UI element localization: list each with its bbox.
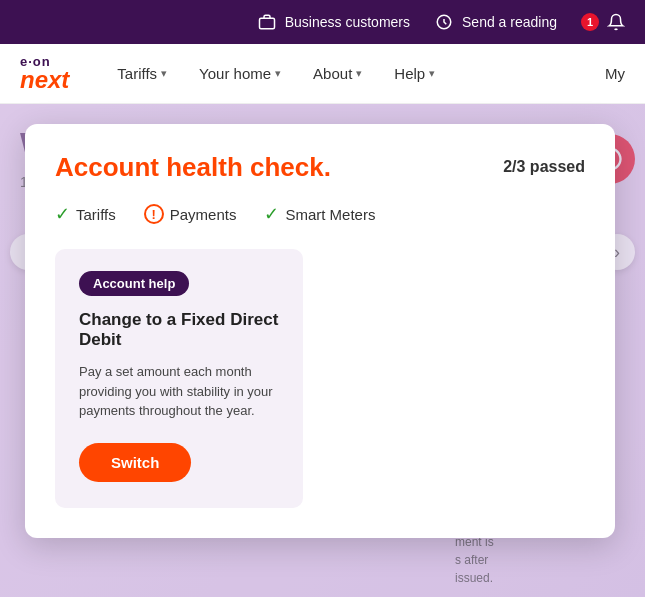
card-badge: Account help xyxy=(79,271,189,296)
notification-count: 1 xyxy=(581,13,599,31)
business-customers-link[interactable]: Business customers xyxy=(257,12,410,32)
chevron-down-icon: ▾ xyxy=(356,67,362,80)
business-label: Business customers xyxy=(285,14,410,30)
meter-icon xyxy=(434,12,454,32)
check-warn-icon: ! xyxy=(144,204,164,224)
svg-rect-0 xyxy=(259,18,274,29)
modal-title: Account health check. xyxy=(55,152,331,183)
nav-item-help[interactable]: Help ▾ xyxy=(394,65,435,82)
nav-item-about[interactable]: About ▾ xyxy=(313,65,362,82)
card-title: Change to a Fixed Direct Debit xyxy=(79,310,279,350)
chevron-down-icon: ▾ xyxy=(161,67,167,80)
nav-your-home-label: Your home xyxy=(199,65,271,82)
nav-bar: e·on next Tariffs ▾ Your home ▾ About ▾ … xyxy=(0,44,645,104)
check-ok-icon: ✓ xyxy=(55,203,70,225)
card-description: Pay a set amount each month providing yo… xyxy=(79,362,279,421)
check-payments: ! Payments xyxy=(144,204,237,224)
modal-header: Account health check. 2/3 passed xyxy=(55,152,585,183)
check-tariffs: ✓ Tariffs xyxy=(55,203,116,225)
nav-my-label: My xyxy=(605,65,625,82)
nav-item-tariffs[interactable]: Tariffs ▾ xyxy=(117,65,167,82)
nav-item-my[interactable]: My xyxy=(605,65,625,82)
check-ok-icon: ✓ xyxy=(264,203,279,225)
modal-checks: ✓ Tariffs ! Payments ✓ Smart Meters xyxy=(55,203,585,225)
chevron-down-icon: ▾ xyxy=(275,67,281,80)
logo[interactable]: e·on next xyxy=(20,55,69,92)
check-smart-meters-label: Smart Meters xyxy=(285,206,375,223)
account-help-card: Account help Change to a Fixed Direct De… xyxy=(55,249,303,508)
nav-about-label: About xyxy=(313,65,352,82)
top-bar: Business customers Send a reading 1 xyxy=(0,0,645,44)
health-check-modal: Account health check. 2/3 passed ✓ Tarif… xyxy=(25,124,615,538)
nav-tariffs-label: Tariffs xyxy=(117,65,157,82)
logo-next: next xyxy=(20,68,69,92)
switch-button[interactable]: Switch xyxy=(79,443,191,482)
check-payments-label: Payments xyxy=(170,206,237,223)
check-smart-meters: ✓ Smart Meters xyxy=(264,203,375,225)
send-reading-link[interactable]: Send a reading xyxy=(434,12,557,32)
nav-item-your-home[interactable]: Your home ▾ xyxy=(199,65,281,82)
modal-passed: 2/3 passed xyxy=(503,152,585,176)
chevron-down-icon: ▾ xyxy=(429,67,435,80)
briefcase-icon xyxy=(257,12,277,32)
notifications-button[interactable]: 1 xyxy=(581,13,625,31)
bell-icon xyxy=(607,13,625,31)
send-reading-label: Send a reading xyxy=(462,14,557,30)
check-tariffs-label: Tariffs xyxy=(76,206,116,223)
nav-help-label: Help xyxy=(394,65,425,82)
